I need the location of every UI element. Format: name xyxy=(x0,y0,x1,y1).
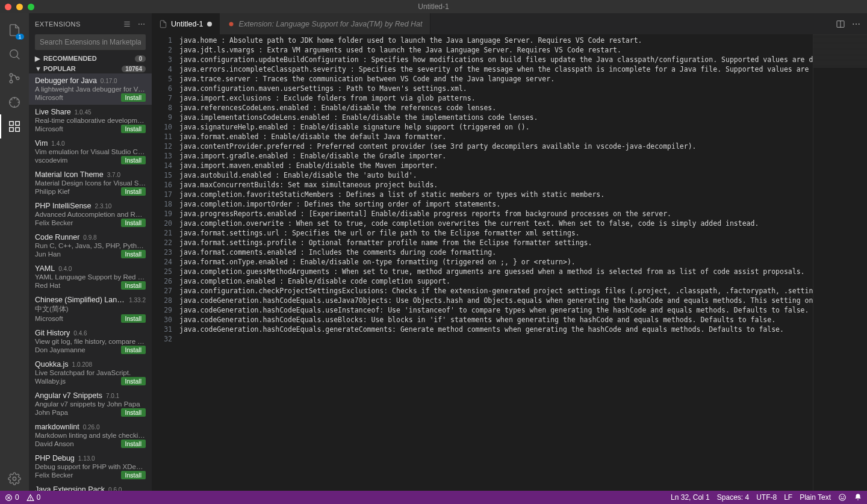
window-title: Untitled-1 xyxy=(418,2,449,11)
section-popular[interactable]: ▼POPULAR 10764 xyxy=(29,64,152,73)
bell-icon[interactable] xyxy=(854,493,862,502)
maximize-window[interactable] xyxy=(28,4,34,10)
extension-item[interactable]: Git History 0.4.6 View git log, file his… xyxy=(29,326,152,357)
install-button[interactable]: Install xyxy=(121,250,146,258)
extension-name: Angular v7 Snippets xyxy=(35,391,102,400)
code-content[interactable]: java.home : Absolute path to JDK home fo… xyxy=(179,34,813,491)
more-actions-icon[interactable] xyxy=(851,19,861,29)
section-label: POPULAR xyxy=(43,65,76,72)
svg-point-28 xyxy=(839,494,846,501)
install-button[interactable]: Install xyxy=(121,281,146,290)
explorer-icon[interactable]: 1 xyxy=(0,18,29,42)
status-errors[interactable]: 0 xyxy=(5,493,19,502)
section-label: RECOMMENDED xyxy=(43,55,97,62)
code-line: java.referencesCodeLens.enabled : Enable… xyxy=(179,103,813,113)
code-line: java.format.settings.profile : Optional … xyxy=(179,238,813,247)
extension-author: vscodevim xyxy=(35,157,67,164)
status-ln-col[interactable]: Ln 32, Col 1 xyxy=(671,493,710,502)
recommended-badge: 0 xyxy=(135,55,146,62)
install-button[interactable]: Install xyxy=(121,440,146,448)
extension-description: Debug support for PHP with XDebug xyxy=(35,463,146,470)
status-language[interactable]: Plain Text xyxy=(800,493,831,502)
chevron-down-icon: ▼ xyxy=(35,65,41,72)
section-recommended[interactable]: ▶RECOMMENDED 0 xyxy=(29,54,152,64)
status-encoding[interactable]: UTF-8 xyxy=(756,493,777,502)
install-button[interactable]: Install xyxy=(121,346,146,354)
code-line: java.codeGeneration.hashCodeEquals.useIn… xyxy=(179,305,813,315)
install-button[interactable]: Install xyxy=(121,314,146,323)
code-line: java.configuration.updateBuildConfigurat… xyxy=(179,55,813,64)
more-icon[interactable] xyxy=(137,20,146,28)
extension-version: 1.0.208 xyxy=(72,361,92,368)
extension-item[interactable]: Vim 1.4.0 Vim emulation for Visual Studi… xyxy=(29,136,152,167)
minimize-window[interactable] xyxy=(16,4,23,10)
install-button[interactable]: Install xyxy=(121,156,146,164)
install-button[interactable]: Install xyxy=(121,471,146,479)
extension-version: 0.4.0 xyxy=(58,266,72,272)
svg-point-29 xyxy=(841,497,842,497)
extension-description: Real-time collaborative development from… xyxy=(35,117,146,124)
extension-description: Vim emulation for Visual Studio Code xyxy=(35,148,146,155)
svg-point-3 xyxy=(10,80,13,83)
editor-tab[interactable]: Extension: Language Support for Java(TM)… xyxy=(220,13,430,34)
extension-version: 0.9.8 xyxy=(83,234,96,241)
svg-rect-8 xyxy=(10,128,13,131)
svg-point-16 xyxy=(143,23,144,25)
svg-point-21 xyxy=(856,23,857,25)
extension-name: Vim xyxy=(35,139,48,148)
extension-item[interactable]: Chinese (Simplified) Language Pac… 1.33.… xyxy=(29,293,152,326)
extension-item[interactable]: Quokka.js 1.0.208 Live Scratchpad for Ja… xyxy=(29,357,152,388)
svg-rect-9 xyxy=(16,128,19,131)
install-button[interactable]: Install xyxy=(121,408,146,417)
install-button[interactable]: Install xyxy=(121,125,146,133)
extension-item[interactable]: Material Icon Theme 3.7.0 Material Desig… xyxy=(29,167,152,199)
debug-icon[interactable] xyxy=(0,90,29,114)
extension-name: Code Runner xyxy=(35,233,79,241)
status-warnings[interactable]: 0 xyxy=(26,493,41,502)
svg-point-30 xyxy=(843,497,844,497)
extension-version: 1.33.2 xyxy=(129,297,146,303)
install-button[interactable]: Install xyxy=(121,93,146,102)
extension-name: Live Share xyxy=(35,108,71,116)
code-line: java.codeGeneration.hashCodeEquals.useJa… xyxy=(179,296,813,305)
editor-tab[interactable]: Untitled-1 xyxy=(152,13,220,34)
extension-item[interactable]: Java Extension Pack 0.6.0 Popular extens… xyxy=(29,482,152,491)
activity-bar: 1 xyxy=(0,13,29,491)
clear-icon[interactable] xyxy=(123,20,131,28)
extension-item[interactable]: Debugger for Java 0.17.0 A lightweight J… xyxy=(29,73,152,105)
dirty-indicator-icon xyxy=(207,22,212,26)
search-input[interactable] xyxy=(35,34,146,50)
search-activity-icon[interactable] xyxy=(0,42,29,66)
code-line: java.autobuild.enabled : Enable/disable … xyxy=(179,170,813,180)
code-line: java.completion.overwrite : When set to … xyxy=(179,219,813,228)
code-line: java.completion.enabled : Enable/disable… xyxy=(179,276,813,286)
minimap[interactable] xyxy=(813,34,867,491)
split-editor-icon[interactable] xyxy=(836,19,845,29)
install-button[interactable]: Install xyxy=(121,377,146,385)
extension-item[interactable]: Live Share 1.0.45 Real-time collaborativ… xyxy=(29,105,152,136)
svg-point-4 xyxy=(16,77,19,80)
install-button[interactable]: Install xyxy=(121,187,146,196)
extension-item[interactable]: markdownlint 0.26.0 Markdown linting and… xyxy=(29,420,152,451)
install-button[interactable]: Install xyxy=(121,219,146,227)
extensions-icon[interactable] xyxy=(0,114,29,138)
svg-point-0 xyxy=(10,50,18,58)
extension-name: markdownlint xyxy=(35,423,79,431)
status-eol[interactable]: LF xyxy=(784,493,792,502)
code-line: java.completion.importOrder : Defines th… xyxy=(179,199,813,209)
feedback-icon[interactable] xyxy=(838,493,847,502)
extension-item[interactable]: PHP IntelliSense 2.3.10 Advanced Autocom… xyxy=(29,199,152,230)
extension-item[interactable]: Angular v7 Snippets 7.0.1 Angular v7 sni… xyxy=(29,388,152,420)
scm-icon[interactable] xyxy=(0,66,29,90)
extension-version: 0.17.0 xyxy=(101,78,117,84)
extension-item[interactable]: Code Runner 0.9.8 Run C, C++, Java, JS, … xyxy=(29,230,152,261)
line-gutter: 1234567891011121314151617181920212223242… xyxy=(152,34,179,491)
extension-item[interactable]: PHP Debug 1.13.0 Debug support for PHP w… xyxy=(29,451,152,482)
status-spaces[interactable]: Spaces: 4 xyxy=(717,493,749,502)
close-window[interactable] xyxy=(5,4,11,10)
code-line: java.configuration.maven.userSettings : … xyxy=(179,84,813,93)
extension-name: PHP IntelliSense xyxy=(35,202,92,210)
settings-gear-icon[interactable] xyxy=(0,467,29,491)
extension-list[interactable]: Debugger for Java 0.17.0 A lightweight J… xyxy=(29,73,152,491)
extension-item[interactable]: YAML 0.4.0 YAML Language Support by Red … xyxy=(29,261,152,293)
